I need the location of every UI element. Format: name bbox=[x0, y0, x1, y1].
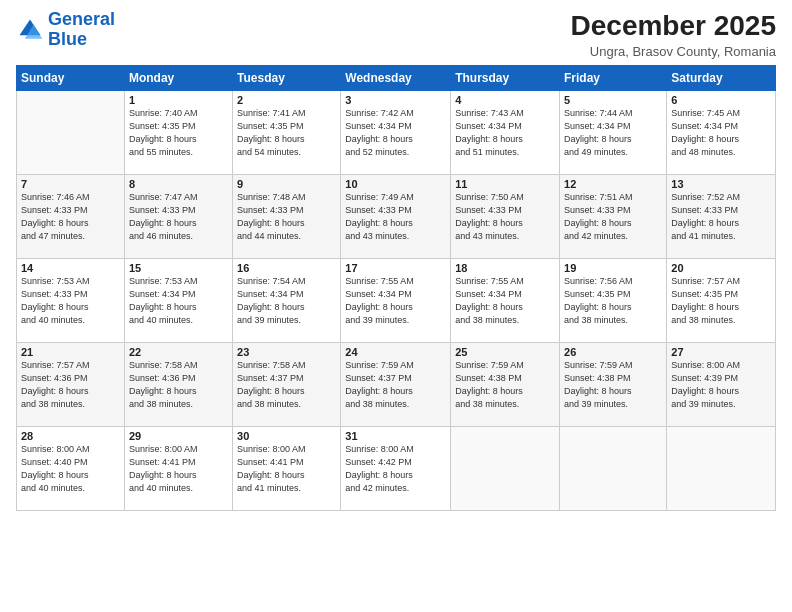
day-info: Sunrise: 7:59 AMSunset: 4:38 PMDaylight:… bbox=[564, 359, 662, 411]
calendar-cell: 20 Sunrise: 7:57 AMSunset: 4:35 PMDaylig… bbox=[667, 259, 776, 343]
day-info: Sunrise: 7:40 AMSunset: 4:35 PMDaylight:… bbox=[129, 107, 228, 159]
day-info: Sunrise: 8:00 AMSunset: 4:42 PMDaylight:… bbox=[345, 443, 446, 495]
calendar-cell bbox=[560, 427, 667, 511]
day-info: Sunrise: 8:00 AMSunset: 4:39 PMDaylight:… bbox=[671, 359, 771, 411]
calendar-cell: 16 Sunrise: 7:54 AMSunset: 4:34 PMDaylig… bbox=[233, 259, 341, 343]
calendar-cell: 23 Sunrise: 7:58 AMSunset: 4:37 PMDaylig… bbox=[233, 343, 341, 427]
day-info: Sunrise: 8:00 AMSunset: 4:41 PMDaylight:… bbox=[237, 443, 336, 495]
day-info: Sunrise: 7:43 AMSunset: 4:34 PMDaylight:… bbox=[455, 107, 555, 159]
day-info: Sunrise: 7:59 AMSunset: 4:38 PMDaylight:… bbox=[455, 359, 555, 411]
calendar-cell: 22 Sunrise: 7:58 AMSunset: 4:36 PMDaylig… bbox=[124, 343, 232, 427]
calendar-cell: 6 Sunrise: 7:45 AMSunset: 4:34 PMDayligh… bbox=[667, 91, 776, 175]
title-block: December 2025 Ungra, Brasov County, Roma… bbox=[571, 10, 776, 59]
calendar-cell: 14 Sunrise: 7:53 AMSunset: 4:33 PMDaylig… bbox=[17, 259, 125, 343]
day-info: Sunrise: 7:59 AMSunset: 4:37 PMDaylight:… bbox=[345, 359, 446, 411]
day-number: 25 bbox=[455, 346, 555, 358]
calendar-cell: 24 Sunrise: 7:59 AMSunset: 4:37 PMDaylig… bbox=[341, 343, 451, 427]
header-wednesday: Wednesday bbox=[341, 66, 451, 91]
calendar-cell: 21 Sunrise: 7:57 AMSunset: 4:36 PMDaylig… bbox=[17, 343, 125, 427]
day-number: 15 bbox=[129, 262, 228, 274]
calendar-cell: 10 Sunrise: 7:49 AMSunset: 4:33 PMDaylig… bbox=[341, 175, 451, 259]
logo-line1: General bbox=[48, 9, 115, 29]
day-info: Sunrise: 7:52 AMSunset: 4:33 PMDaylight:… bbox=[671, 191, 771, 243]
day-number: 20 bbox=[671, 262, 771, 274]
day-info: Sunrise: 7:57 AMSunset: 4:35 PMDaylight:… bbox=[671, 275, 771, 327]
day-number: 24 bbox=[345, 346, 446, 358]
day-info: Sunrise: 7:58 AMSunset: 4:36 PMDaylight:… bbox=[129, 359, 228, 411]
day-info: Sunrise: 7:50 AMSunset: 4:33 PMDaylight:… bbox=[455, 191, 555, 243]
day-number: 16 bbox=[237, 262, 336, 274]
day-number: 4 bbox=[455, 94, 555, 106]
day-number: 2 bbox=[237, 94, 336, 106]
day-info: Sunrise: 7:53 AMSunset: 4:34 PMDaylight:… bbox=[129, 275, 228, 327]
calendar-cell: 9 Sunrise: 7:48 AMSunset: 4:33 PMDayligh… bbox=[233, 175, 341, 259]
month-title: December 2025 bbox=[571, 10, 776, 42]
calendar-cell: 27 Sunrise: 8:00 AMSunset: 4:39 PMDaylig… bbox=[667, 343, 776, 427]
day-info: Sunrise: 8:00 AMSunset: 4:41 PMDaylight:… bbox=[129, 443, 228, 495]
header-sunday: Sunday bbox=[17, 66, 125, 91]
day-number: 27 bbox=[671, 346, 771, 358]
day-info: Sunrise: 7:49 AMSunset: 4:33 PMDaylight:… bbox=[345, 191, 446, 243]
day-info: Sunrise: 7:55 AMSunset: 4:34 PMDaylight:… bbox=[455, 275, 555, 327]
calendar-cell: 25 Sunrise: 7:59 AMSunset: 4:38 PMDaylig… bbox=[451, 343, 560, 427]
calendar-cell: 30 Sunrise: 8:00 AMSunset: 4:41 PMDaylig… bbox=[233, 427, 341, 511]
day-info: Sunrise: 7:41 AMSunset: 4:35 PMDaylight:… bbox=[237, 107, 336, 159]
day-number: 12 bbox=[564, 178, 662, 190]
day-number: 8 bbox=[129, 178, 228, 190]
day-number: 18 bbox=[455, 262, 555, 274]
day-number: 22 bbox=[129, 346, 228, 358]
day-number: 14 bbox=[21, 262, 120, 274]
calendar-cell: 3 Sunrise: 7:42 AMSunset: 4:34 PMDayligh… bbox=[341, 91, 451, 175]
day-info: Sunrise: 7:45 AMSunset: 4:34 PMDaylight:… bbox=[671, 107, 771, 159]
day-info: Sunrise: 7:56 AMSunset: 4:35 PMDaylight:… bbox=[564, 275, 662, 327]
header-monday: Monday bbox=[124, 66, 232, 91]
day-number: 10 bbox=[345, 178, 446, 190]
calendar-cell: 17 Sunrise: 7:55 AMSunset: 4:34 PMDaylig… bbox=[341, 259, 451, 343]
calendar-cell: 5 Sunrise: 7:44 AMSunset: 4:34 PMDayligh… bbox=[560, 91, 667, 175]
day-info: Sunrise: 7:51 AMSunset: 4:33 PMDaylight:… bbox=[564, 191, 662, 243]
calendar-cell: 29 Sunrise: 8:00 AMSunset: 4:41 PMDaylig… bbox=[124, 427, 232, 511]
logo-icon bbox=[16, 16, 44, 44]
location-title: Ungra, Brasov County, Romania bbox=[571, 44, 776, 59]
logo-line2: Blue bbox=[48, 29, 87, 49]
day-number: 26 bbox=[564, 346, 662, 358]
header-thursday: Thursday bbox=[451, 66, 560, 91]
day-info: Sunrise: 7:44 AMSunset: 4:34 PMDaylight:… bbox=[564, 107, 662, 159]
header: General Blue December 2025 Ungra, Brasov… bbox=[16, 10, 776, 59]
day-number: 30 bbox=[237, 430, 336, 442]
day-info: Sunrise: 7:55 AMSunset: 4:34 PMDaylight:… bbox=[345, 275, 446, 327]
calendar-table: Sunday Monday Tuesday Wednesday Thursday… bbox=[16, 65, 776, 511]
calendar-cell bbox=[667, 427, 776, 511]
day-number: 3 bbox=[345, 94, 446, 106]
calendar-cell: 28 Sunrise: 8:00 AMSunset: 4:40 PMDaylig… bbox=[17, 427, 125, 511]
day-number: 1 bbox=[129, 94, 228, 106]
day-info: Sunrise: 7:54 AMSunset: 4:34 PMDaylight:… bbox=[237, 275, 336, 327]
day-number: 5 bbox=[564, 94, 662, 106]
calendar-cell: 8 Sunrise: 7:47 AMSunset: 4:33 PMDayligh… bbox=[124, 175, 232, 259]
calendar-cell: 31 Sunrise: 8:00 AMSunset: 4:42 PMDaylig… bbox=[341, 427, 451, 511]
day-info: Sunrise: 7:46 AMSunset: 4:33 PMDaylight:… bbox=[21, 191, 120, 243]
calendar-cell: 1 Sunrise: 7:40 AMSunset: 4:35 PMDayligh… bbox=[124, 91, 232, 175]
day-number: 17 bbox=[345, 262, 446, 274]
calendar-cell: 18 Sunrise: 7:55 AMSunset: 4:34 PMDaylig… bbox=[451, 259, 560, 343]
calendar-cell bbox=[451, 427, 560, 511]
day-number: 13 bbox=[671, 178, 771, 190]
day-info: Sunrise: 7:58 AMSunset: 4:37 PMDaylight:… bbox=[237, 359, 336, 411]
day-number: 9 bbox=[237, 178, 336, 190]
day-info: Sunrise: 7:42 AMSunset: 4:34 PMDaylight:… bbox=[345, 107, 446, 159]
logo: General Blue bbox=[16, 10, 115, 50]
logo-text: General Blue bbox=[48, 10, 115, 50]
calendar-cell: 7 Sunrise: 7:46 AMSunset: 4:33 PMDayligh… bbox=[17, 175, 125, 259]
calendar-cell: 19 Sunrise: 7:56 AMSunset: 4:35 PMDaylig… bbox=[560, 259, 667, 343]
header-tuesday: Tuesday bbox=[233, 66, 341, 91]
calendar-cell bbox=[17, 91, 125, 175]
day-number: 11 bbox=[455, 178, 555, 190]
day-number: 6 bbox=[671, 94, 771, 106]
day-number: 28 bbox=[21, 430, 120, 442]
calendar-cell: 11 Sunrise: 7:50 AMSunset: 4:33 PMDaylig… bbox=[451, 175, 560, 259]
day-info: Sunrise: 8:00 AMSunset: 4:40 PMDaylight:… bbox=[21, 443, 120, 495]
day-number: 21 bbox=[21, 346, 120, 358]
calendar-cell: 26 Sunrise: 7:59 AMSunset: 4:38 PMDaylig… bbox=[560, 343, 667, 427]
calendar-cell: 12 Sunrise: 7:51 AMSunset: 4:33 PMDaylig… bbox=[560, 175, 667, 259]
calendar-cell: 4 Sunrise: 7:43 AMSunset: 4:34 PMDayligh… bbox=[451, 91, 560, 175]
